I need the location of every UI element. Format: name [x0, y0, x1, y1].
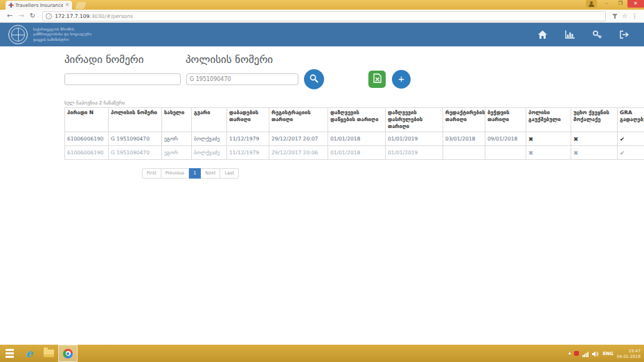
tab-favicon-icon: [8, 3, 13, 8]
clock[interactable]: 15:47 04.01.2018: [617, 348, 641, 359]
add-person-button[interactable]: +: [392, 70, 411, 89]
tab-close-icon[interactable]: ✕: [65, 3, 69, 8]
language-indicator[interactable]: ENG: [602, 351, 613, 356]
home-icon[interactable]: [538, 30, 547, 39]
ministry-name-line: საქართველოს შრომის,: [33, 27, 91, 33]
search-section: პირადი ნომერი პოლისის ნომერი +: [64, 53, 644, 89]
start-button[interactable]: [0, 345, 19, 362]
forward-icon[interactable]: →: [18, 12, 24, 19]
new-tab-button[interactable]: [75, 2, 86, 9]
column-header: რედაქტირების თარიღი: [443, 108, 485, 132]
column-header: სახელი: [162, 108, 192, 132]
column-header: დაბადების თარიღი: [227, 108, 269, 132]
column-header: პოლისი გაუქმებული: [526, 108, 571, 132]
table-cell: ✔: [618, 146, 644, 160]
table-header-row: პირადი Nპოლისის ნომერისახელიგვარიდაბადებ…: [65, 108, 644, 132]
refresh-icon[interactable]: ↻: [30, 12, 35, 19]
key-icon[interactable]: [593, 30, 602, 39]
pagination: FirstPrevious1NextLast: [142, 168, 644, 179]
taskbar-explorer[interactable]: [39, 345, 58, 362]
close-button[interactable]: ✕: [627, 0, 644, 8]
pagination-first[interactable]: First: [142, 168, 161, 179]
desktop-screen: Travellers Insurance ✕ – ❐ ✕ ← → ↻ i 172…: [0, 0, 644, 362]
taskbar-chrome[interactable]: [58, 345, 78, 362]
column-header: გვარი: [192, 108, 227, 132]
page-info-icon[interactable]: i: [46, 13, 52, 19]
url-path: :3030/#/persons: [89, 13, 133, 19]
tray-expand-icon[interactable]: ▴: [569, 351, 571, 356]
table-cell: ✖: [571, 132, 618, 146]
browser-titlebar: Travellers Insurance ✕ – ❐ ✕: [0, 0, 644, 10]
table-cell: ✖: [526, 146, 571, 160]
maximize-button[interactable]: ❐: [614, 0, 627, 8]
table-cell: [443, 146, 485, 160]
ministry-name-line: დაცვის სამინისტრო: [33, 37, 91, 43]
extension-funnel-icon[interactable]: [612, 13, 618, 19]
back-icon[interactable]: ←: [7, 12, 12, 19]
table-cell: 09/01/2018: [485, 132, 526, 146]
volume-icon[interactable]: [592, 347, 599, 360]
table-row[interactable]: 61006006190G 1951090470ეგორბოლქვაძე11/12…: [65, 146, 644, 160]
profile-icon[interactable]: [586, 0, 597, 8]
personal-number-input[interactable]: [64, 73, 181, 85]
tray-alert-icon[interactable]: [574, 351, 579, 356]
pagination-1[interactable]: 1: [189, 168, 201, 179]
minimize-button[interactable]: –: [600, 0, 614, 8]
column-header: ბეჭდვის თარიღი: [485, 108, 526, 132]
table-cell: 29/12/2017 20:06: [269, 146, 328, 160]
folder-icon: [44, 350, 54, 357]
column-header: პოლისის ნომერი: [109, 108, 162, 132]
url-host: 172.17.7.109: [55, 13, 89, 19]
clock-date: 04.01.2018: [617, 354, 641, 359]
column-header: პირადი N: [65, 108, 109, 132]
address-bar[interactable]: i 172.17.7.109:3030/#/persons: [42, 11, 606, 21]
ministry-logo: [8, 25, 28, 44]
chart-icon[interactable]: [565, 30, 575, 39]
table-cell: 11/12/1979: [227, 146, 269, 160]
header-nav: [538, 30, 629, 39]
table-cell: ბოლქვაძე: [192, 132, 227, 146]
table-row[interactable]: 61006006190G 1951090470ეგორბოლქვაძე11/12…: [65, 132, 644, 146]
browser-tab[interactable]: Travellers Insurance ✕: [6, 1, 72, 10]
browser-toolbar: ← → ↻ i 172.17.7.109:3030/#/persons ☆ ⋮: [0, 10, 644, 23]
tab-title: Travellers Insurance: [15, 3, 63, 8]
results-summary: სულ ნაპოვნია 2 ჩანაწერი: [64, 100, 644, 106]
export-excel-button[interactable]: [368, 71, 386, 88]
table-cell: 01/01/2019: [386, 146, 443, 160]
chrome-icon: [63, 349, 73, 359]
taskbar-ie[interactable]: e: [19, 345, 39, 362]
personal-number-label: პირადი ნომერი: [64, 53, 186, 66]
window-controls: – ❐ ✕: [586, 0, 644, 10]
pagination-last[interactable]: Last: [220, 168, 239, 179]
table-cell: [485, 146, 526, 160]
policy-number-input[interactable]: [186, 73, 298, 85]
table-cell: ეგორ: [162, 132, 192, 146]
taskbar: e ▴ ENG 15:47 04.01.2018: [0, 345, 644, 362]
search-button[interactable]: [304, 69, 324, 89]
table-cell: 61006006190: [65, 146, 109, 160]
internet-explorer-icon: e: [26, 348, 33, 359]
pagination-previous[interactable]: Previous: [161, 168, 189, 179]
pagination-next[interactable]: Next: [201, 168, 220, 179]
plus-icon: +: [398, 73, 404, 84]
bookmark-star-icon[interactable]: ☆: [622, 13, 627, 19]
app-header: საქართველოს შრომის,ჯანმრთელობისა და სოცი…: [0, 23, 644, 46]
browser-menu-icon[interactable]: ⋮: [632, 13, 638, 19]
table-cell: G 1951090470: [109, 132, 162, 146]
table-cell: 03/01/2018: [443, 132, 485, 146]
column-header: რეგისტრაციის თარიღი: [269, 108, 328, 132]
table-cell: ✖: [526, 132, 571, 146]
persons-table: პირადი Nპოლისის ნომერისახელიგვარიდაბადებ…: [64, 107, 644, 160]
start-icon: [6, 349, 14, 358]
search-icon: [310, 74, 319, 85]
ministry-name-line: ჯანმრთელობისა და სოციალური: [33, 32, 91, 37]
policy-number-label: პოლისის ნომერი: [186, 53, 307, 66]
network-icon[interactable]: [582, 347, 589, 360]
logout-icon[interactable]: [620, 30, 629, 39]
clock-time: 15:47: [617, 348, 641, 354]
table-cell: 01/01/2018: [328, 132, 386, 146]
ministry-name: საქართველოს შრომის,ჯანმრთელობისა და სოცი…: [33, 27, 91, 43]
column-header: უცხო ქვეყნის მოქალაქე: [571, 108, 618, 132]
column-header: GRA გადაღებულია: [618, 108, 644, 132]
table-cell: ეგორ: [162, 146, 192, 160]
